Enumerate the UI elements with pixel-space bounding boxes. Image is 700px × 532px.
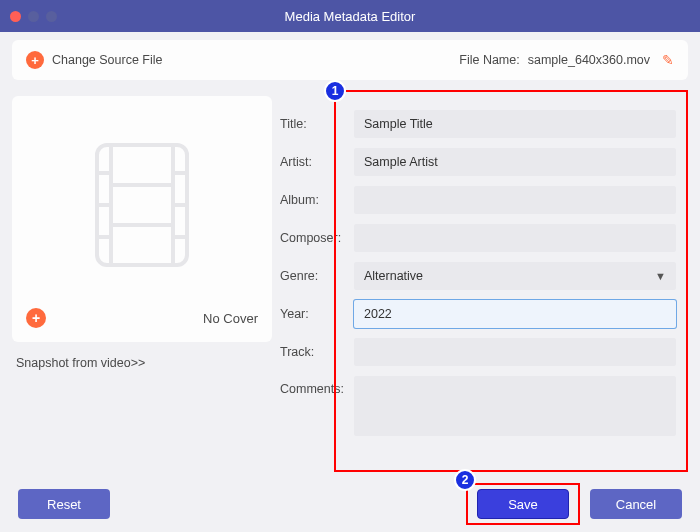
genre-label: Genre: (280, 269, 352, 283)
titlebar: Media Metadata Editor (0, 0, 700, 32)
genre-select[interactable]: Alternative ▼ (354, 262, 676, 290)
toolbar: + Change Source File File Name: sample_6… (12, 40, 688, 80)
year-label: Year: (280, 307, 352, 321)
artist-field[interactable] (354, 148, 676, 176)
album-label: Album: (280, 193, 352, 207)
track-field[interactable] (354, 338, 676, 366)
minimize-window-button[interactable] (28, 11, 39, 22)
change-source-file-label: Change Source File (52, 53, 162, 67)
cover-pane: + No Cover Snapshot from video>> (12, 88, 272, 472)
cover-card: + No Cover (12, 96, 272, 342)
no-cover-label: No Cover (203, 311, 258, 326)
metadata-form: Title: Artist: Album: Composer: Genre: A… (272, 96, 688, 444)
filename-value: sample_640x360.mov (528, 53, 650, 67)
main-content: + No Cover Snapshot from video>> 1 Title… (0, 88, 700, 472)
edit-filename-icon[interactable]: ✎ (662, 52, 674, 68)
artist-label: Artist: (280, 155, 352, 169)
plus-icon: + (26, 51, 44, 69)
filename-display: File Name: sample_640x360.mov ✎ (459, 52, 674, 68)
metadata-form-pane: 1 Title: Artist: Album: Composer: Genre:… (272, 88, 688, 472)
annotation-step-2: 2 (454, 469, 476, 491)
change-source-file-button[interactable]: + Change Source File (26, 51, 162, 69)
composer-field[interactable] (354, 224, 676, 252)
cancel-button[interactable]: Cancel (590, 489, 682, 519)
title-label: Title: (280, 117, 352, 131)
album-field[interactable] (354, 186, 676, 214)
snapshot-from-video-link[interactable]: Snapshot from video>> (16, 356, 272, 370)
window-controls (10, 11, 57, 22)
maximize-window-button[interactable] (46, 11, 57, 22)
reset-button[interactable]: Reset (18, 489, 110, 519)
filename-label: File Name: (459, 53, 519, 67)
track-label: Track: (280, 345, 352, 359)
cover-placeholder (26, 110, 258, 300)
save-button[interactable]: Save (477, 489, 569, 519)
window-title: Media Metadata Editor (0, 9, 700, 24)
composer-label: Composer: (280, 231, 352, 245)
title-field[interactable] (354, 110, 676, 138)
cover-footer: + No Cover (26, 308, 258, 328)
genre-value: Alternative (364, 269, 423, 283)
year-field[interactable] (354, 300, 676, 328)
film-icon (87, 140, 197, 270)
comments-label: Comments: (280, 376, 352, 396)
add-cover-button[interactable]: + (26, 308, 46, 328)
chevron-down-icon: ▼ (655, 270, 666, 282)
annotation-highlight-2: 2 Save (466, 483, 580, 525)
comments-field[interactable] (354, 376, 676, 436)
close-window-button[interactable] (10, 11, 21, 22)
button-bar: Reset 2 Save Cancel (0, 476, 700, 532)
